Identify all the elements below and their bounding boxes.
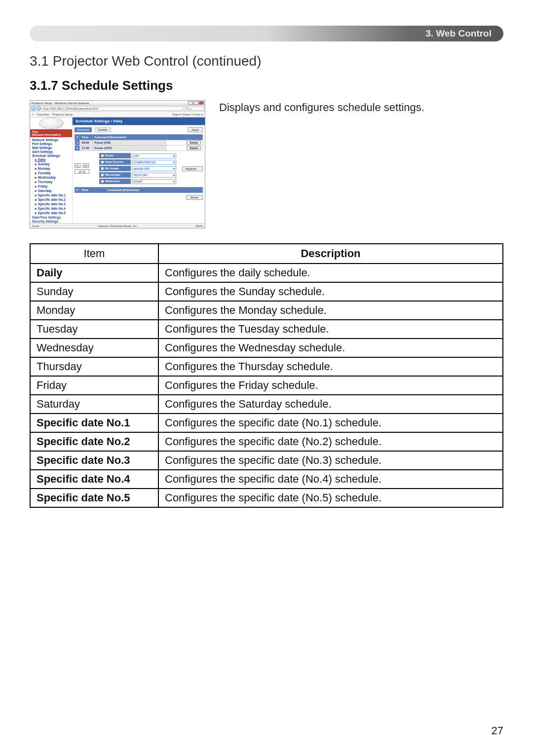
close-icon[interactable] (199, 101, 204, 105)
schedule-table: # Time Command [Parameter] 108:00Power [… (75, 134, 203, 151)
time-input[interactable] (75, 169, 89, 174)
schedule-label: Schedule (75, 127, 92, 132)
param-label: Messenger (99, 172, 131, 178)
tab-label[interactable]: Projector Setup (52, 113, 73, 116)
table-row: SaturdayConfigures the Saturday schedule… (31, 395, 502, 413)
param-grid: : PowerOFFInput SourceCOMPUTER IN1My Ima… (75, 153, 203, 184)
sidebar-subitem[interactable]: ▸ Daily (32, 158, 70, 162)
row-num: 2 (75, 146, 80, 151)
table-desc: Configures the Monday schedule. (159, 302, 502, 319)
projector-sidebar: Top: Network Information Network Setting… (30, 117, 73, 223)
sidebar-item[interactable]: Security Settings (32, 220, 70, 223)
sidebar-item[interactable]: Port Settings (32, 142, 70, 146)
radio-icon[interactable] (101, 154, 104, 157)
sidebar-subitem[interactable]: ▸ Specific date No.4 (32, 207, 70, 211)
sidebar-nav: Network SettingsPort SettingsMail Settin… (30, 137, 72, 224)
th-num: # (75, 135, 80, 140)
table-item: Specific date No.5 (31, 489, 158, 507)
sidebar-subitem[interactable]: ▸ Specific date No.2 (32, 198, 70, 202)
table-row: DailyConfigures the daily schedule. (31, 264, 502, 282)
sidebar-subitem[interactable]: ▸ Tuesday (32, 171, 70, 175)
table-row: ThursdayConfigures the Thursday schedule… (31, 358, 502, 376)
back-icon[interactable] (31, 106, 36, 111)
reset-button[interactable]: Reset (186, 195, 203, 200)
table-row: Specific date No.1Configures the specifi… (31, 414, 502, 432)
radio-icon[interactable] (101, 160, 104, 164)
ie-toolbar: ★ Favorites Projector Setup Page ▾ Safet… (30, 112, 205, 117)
sidebar-subitem[interactable]: ▸ Thursday (32, 180, 70, 184)
sidebar-subitem[interactable]: ▸ Sunday (32, 162, 70, 166)
table-item: Tuesday (31, 320, 158, 338)
sidebar-subitem[interactable]: ▸ Wednesday (32, 176, 70, 180)
status-zoom: 100% (195, 225, 203, 227)
table-item: Monday (31, 302, 158, 319)
table-header-item: Item (31, 244, 158, 263)
register-button[interactable]: Register (182, 166, 203, 171)
delete-button[interactable]: Delete (187, 146, 201, 150)
favorites-icon[interactable]: ★ (32, 113, 34, 116)
forward-icon[interactable] (37, 106, 41, 111)
sidebar-item[interactable]: Network Settings (32, 138, 70, 142)
enable-toggle[interactable]: Enable (95, 127, 111, 132)
sidebar-subitem[interactable]: ▸ Specific date No.5 (32, 211, 70, 215)
minimize-icon[interactable] (188, 101, 193, 105)
status-mid: Internet | Protected Mode: On (98, 225, 137, 227)
radio-icon[interactable] (101, 180, 104, 183)
table-desc: Configures the daily schedule. (159, 264, 502, 282)
param-select[interactable]: START (132, 179, 176, 184)
table-item: Specific date No.3 (31, 452, 158, 469)
maximize-icon[interactable] (193, 101, 198, 105)
sidebar-subitem[interactable]: ▸ Specific date No.3 (32, 202, 70, 206)
table-row: TuesdayConfigures the Tuesday schedule. (31, 320, 502, 338)
subsection-title: 3.1.7 Schedule Settings (30, 78, 503, 93)
table-item: Specific date No.1 (31, 414, 158, 432)
table-desc: Configures the Saturday schedule. (159, 395, 502, 413)
row-time: 08:00 (80, 140, 93, 146)
param-label: Input Source (99, 159, 131, 165)
url-field[interactable]: http://192.168.1.10/html/projectsetup.ht… (42, 107, 183, 111)
description-table: Item Description DailyConfigures the dai… (30, 243, 503, 508)
th-action (166, 135, 203, 140)
address-bar: http://192.168.1.10/html/projectsetup.ht… (30, 106, 205, 112)
row-time: 17:00 (80, 146, 93, 151)
hour-input[interactable] (75, 163, 80, 168)
status-left: Done (32, 225, 39, 227)
section-title: 3.1 Projector Web Control (continued) (30, 53, 503, 69)
param-select[interactable]: COMPUTER IN1 (132, 160, 176, 165)
window-titlebar: Projector Setup - Windows Internet Explo… (30, 101, 205, 106)
radio-icon[interactable] (101, 167, 104, 170)
time-controls: : (75, 163, 98, 174)
window-title: Projector Setup - Windows Internet Explo… (32, 102, 89, 105)
table-item: Specific date No.2 (31, 433, 158, 451)
apply-button[interactable]: Apply (188, 127, 203, 132)
param-select[interactable]: IMAGE-OFF (132, 166, 176, 171)
search-field[interactable]: Bing (184, 107, 204, 111)
param-select[interactable]: OFF (132, 153, 176, 158)
sidebar-subitem[interactable]: ▸ Saturday (32, 189, 70, 193)
sidebar-subitem[interactable]: ▸ Friday (32, 185, 70, 189)
minute-input[interactable] (83, 163, 89, 168)
delete-button[interactable]: Delete (187, 141, 201, 145)
schedule-enable-row: Schedule Enable Apply (75, 127, 203, 132)
projector-main: Schedule Settings / Daily Schedule Enabl… (73, 117, 205, 223)
row-num: 1 (75, 140, 80, 146)
toolbar-menus[interactable]: Page ▾ Safety ▾ Tools ▾ (172, 113, 205, 116)
sidebar-item[interactable]: Alert Settings (32, 150, 70, 153)
sidebar-subitem[interactable]: ▸ Monday (32, 167, 70, 171)
sidebar-item[interactable]: Mail Settings (32, 146, 70, 150)
panel-title: Schedule Settings / Daily (73, 117, 205, 125)
sidebar-item[interactable]: Schedule Settings (32, 154, 70, 157)
window-buttons[interactable] (188, 101, 204, 105)
embedded-screenshot: Projector Setup - Windows Internet Explo… (30, 100, 205, 228)
chapter-header-label: 3. Web Control (425, 28, 492, 39)
sidebar-item[interactable]: Date/Time Settings (32, 216, 70, 219)
table-item: Specific date No.4 (31, 470, 158, 488)
table-row: MondayConfigures the Monday schedule. (31, 302, 502, 319)
sidebar-top[interactable]: Top: Network Information (30, 129, 72, 137)
table-desc: Configures the specific date (No.3) sche… (159, 452, 502, 469)
row-cmd: Power [OFF] (93, 146, 166, 151)
table-header-desc: Description (159, 244, 502, 263)
radio-icon[interactable] (101, 173, 104, 177)
param-select[interactable]: TEXT-OFF (132, 173, 176, 178)
sidebar-subitem[interactable]: ▸ Specific date No.1 (32, 193, 70, 197)
